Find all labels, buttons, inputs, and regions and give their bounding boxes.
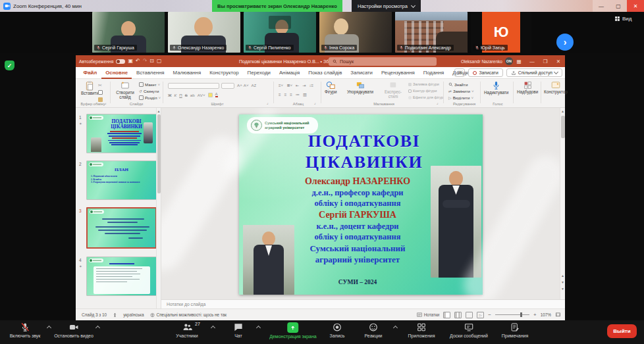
replace-button[interactable]: ⇄Замінити˅	[448, 89, 474, 93]
view-menu-button[interactable]: Вид	[614, 16, 631, 22]
zoom-percentage[interactable]: 107%	[541, 312, 551, 317]
participant-tile[interactable]: Ю Юрій Заєць	[471, 12, 531, 53]
scroll-down-icon[interactable]: ▼	[560, 287, 565, 291]
annotations-button[interactable]: Примечания	[502, 322, 528, 338]
video-options-chevron[interactable]	[95, 326, 100, 330]
thumbnail-scrollbar[interactable]: ▲	[156, 108, 161, 308]
participant-tile[interactable]: Олександр Назаренко	[168, 12, 240, 53]
new-slide-button[interactable]: Створити слайд	[114, 81, 136, 99]
font-color-button[interactable]: А	[215, 92, 218, 97]
tab-record[interactable]: Записати	[346, 67, 377, 79]
font-style-buttons[interactable]: ЖКПS ab АV˅ А	[168, 92, 218, 97]
accessibility-status[interactable]: Спеціальні можливості: щось не так	[150, 312, 227, 318]
drawing-dialog-launcher[interactable]: ⌟	[437, 101, 439, 105]
select-button[interactable]: ▷Виділити˅	[448, 95, 473, 100]
language-indicator[interactable]: українська	[123, 312, 144, 317]
tab-slideshow[interactable]: Показ слайдів	[304, 67, 346, 79]
share-button[interactable]: Спільний доступ	[506, 68, 562, 77]
minimize-button[interactable]: —	[593, 0, 610, 12]
security-shield-icon[interactable]: ✓	[5, 61, 14, 70]
grow-shrink-font[interactable]: A˄A˅A𝗓	[237, 83, 256, 87]
scroll-thumb[interactable]	[157, 114, 161, 193]
designer-button[interactable]: Конструктор	[544, 81, 568, 95]
tab-review[interactable]: Рецензування	[377, 67, 419, 79]
shadow-button[interactable]: ab	[190, 93, 195, 97]
ppt-restore-button[interactable]: ❐	[539, 55, 552, 67]
next-participants-button[interactable]: ›	[556, 34, 574, 51]
reactions-options-chevron[interactable]	[393, 326, 398, 330]
slideshow-button[interactable]: ▷	[477, 312, 484, 318]
align-buttons[interactable]: ≡≡≡≔▥	[279, 92, 307, 97]
notes-toggle-button[interactable]: Нотатки	[417, 312, 440, 317]
comments-button[interactable]	[454, 68, 465, 77]
slideshow-icon[interactable]: ⊡	[149, 59, 154, 64]
font-name-box[interactable]	[168, 83, 219, 89]
fit-slide-icon[interactable]	[555, 312, 561, 318]
unmute-button[interactable]: Включить звук	[10, 322, 41, 338]
paste-button[interactable]: Вставити	[81, 81, 99, 96]
char-spacing-button[interactable]: АV˅	[198, 93, 205, 97]
autosave-toggle[interactable]	[116, 59, 125, 64]
tab-draw[interactable]: Малювання	[169, 67, 205, 79]
bold-button[interactable]: Ж	[168, 93, 172, 97]
copy-button[interactable]	[98, 90, 103, 95]
apps-button[interactable]: Приложения	[408, 322, 435, 338]
new-doc-icon[interactable]: ▢	[157, 59, 162, 64]
stop-video-button[interactable]: Остановить видео	[54, 322, 94, 338]
dictate-button[interactable]: Надиктувати	[484, 81, 508, 95]
tab-view[interactable]: Подання	[419, 67, 448, 79]
list-buttons[interactable]: ≡˅≣˅⇤⇥↕≡	[279, 83, 313, 87]
undo-icon[interactable]: ↶	[136, 59, 140, 64]
reactions-button[interactable]: Реакции	[364, 322, 382, 338]
zoom-in-button[interactable]: +	[533, 312, 537, 318]
view-settings-button[interactable]: Настройки просмотра	[352, 0, 421, 12]
font-size-box[interactable]	[221, 83, 234, 89]
participant-tile[interactable]: Сергій Пилипенко	[244, 12, 316, 53]
account-area[interactable]: Oleksandr Nazarenko ON	[461, 55, 513, 67]
font-dialog-launcher[interactable]: ⌟	[267, 101, 269, 105]
scroll-up-icon[interactable]: ▲	[157, 109, 161, 113]
participant-tile[interactable]: Інна Сорока	[319, 12, 392, 53]
tab-file[interactable]: Файл	[79, 67, 101, 79]
find-button[interactable]: Знайти	[448, 82, 468, 87]
format-painter-button[interactable]	[98, 97, 103, 102]
current-slide[interactable]: Сумський національнийаграрний університе…	[239, 114, 483, 295]
save-icon[interactable]: ▣	[128, 59, 133, 64]
participant-tile[interactable]: Сергій Гаркуша	[92, 12, 165, 53]
ppt-minimize-button[interactable]: —	[525, 55, 539, 67]
maximize-button[interactable]: ▢	[610, 0, 627, 12]
reset-button[interactable]: ↺Скинути	[139, 89, 159, 93]
section-button[interactable]: Розділ˅	[139, 95, 161, 100]
slide-thumbnail-2[interactable]: ПЛАН 1. Податкові абонементи 2. Кешбек 3…	[86, 160, 157, 200]
slide-thumbnail-1[interactable]: ПОДАТКОВІЦІКАВИНКИ	[86, 114, 157, 153]
tab-insert[interactable]: Вставлення	[132, 67, 169, 79]
underline-button[interactable]: П	[179, 93, 182, 97]
highlight-button[interactable]	[208, 93, 213, 97]
participants-options-chevron[interactable]	[211, 326, 215, 330]
cut-button[interactable]: ✂	[98, 83, 102, 88]
shape-effects-button[interactable]: Ефекти для фігур	[408, 95, 443, 99]
tab-transitions[interactable]: Переходи	[243, 67, 275, 79]
shape-fill-button[interactable]: Заливка фігури	[408, 82, 439, 86]
italic-button[interactable]: К	[174, 93, 177, 97]
ribbon-display-icon[interactable]: ▦	[512, 55, 525, 67]
previous-slide-icon[interactable]: ▲	[560, 274, 565, 278]
shapes-button[interactable]: Фігури	[325, 81, 337, 95]
whiteboards-button[interactable]: Доски сообщений	[450, 322, 488, 338]
record-button[interactable]: Запись	[330, 322, 345, 338]
normal-view-button[interactable]	[443, 312, 450, 318]
ppt-close-button[interactable]: ✕	[552, 55, 565, 67]
close-button[interactable]: ✕	[627, 0, 644, 12]
zoom-slider-thumb[interactable]	[520, 312, 522, 317]
chat-button[interactable]: Чат	[234, 322, 244, 338]
slide-thumbnail-4[interactable]	[86, 257, 157, 296]
slide-thumbnail-3-selected[interactable]	[86, 207, 157, 249]
addins-button[interactable]: Надбудови	[517, 81, 538, 95]
tab-home[interactable]: Основне	[101, 67, 132, 79]
search-box[interactable]: Пошук	[329, 57, 437, 66]
zoom-out-button[interactable]: −	[488, 312, 491, 318]
chat-options-chevron[interactable]	[256, 326, 261, 330]
tab-design[interactable]: Конструктор	[205, 67, 243, 79]
quick-styles-button[interactable]: Експрес-стилі	[380, 81, 406, 99]
tab-animations[interactable]: Анімація	[275, 67, 304, 79]
